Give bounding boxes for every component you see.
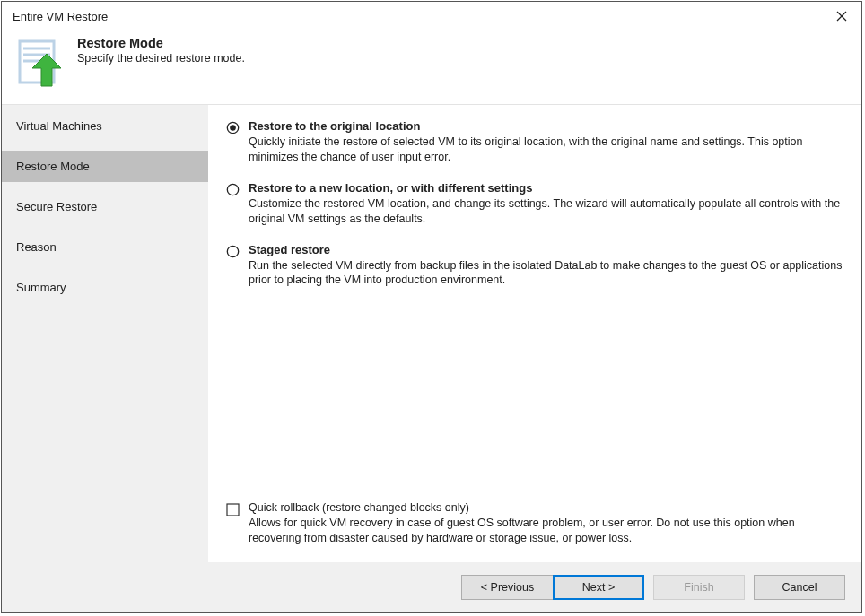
option-title: Staged restore (249, 243, 843, 256)
page-title: Restore Mode (77, 36, 245, 50)
option-title: Restore to a new location, or with diffe… (249, 181, 843, 195)
checkbox-unchecked-icon[interactable] (226, 503, 240, 516)
option-desc: Customize the restored VM location, and … (249, 196, 843, 227)
wizard-header: Restore Mode Specify the desired restore… (2, 30, 861, 104)
option-body: Restore to the original location Quickly… (249, 119, 843, 165)
wizard-steps: Virtual Machines Restore Mode Secure Res… (2, 105, 208, 562)
next-button[interactable]: Next > (553, 575, 644, 600)
restore-mode-options: Restore to the original location Quickly… (226, 119, 843, 494)
option-body: Staged restore Run the selected VM direc… (249, 243, 843, 289)
option-desc: Quickly initiate the restore of selected… (249, 134, 843, 165)
finish-button: Finish (653, 575, 745, 600)
radio-selected-icon[interactable] (226, 121, 240, 134)
wizard-body: Virtual Machines Restore Mode Secure Res… (2, 104, 861, 562)
svg-point-9 (227, 246, 238, 256)
cancel-button[interactable]: Cancel (754, 575, 845, 600)
step-summary[interactable]: Summary (2, 272, 208, 303)
quick-rollback-row[interactable]: Quick rollback (restore changed blocks o… (226, 501, 843, 546)
close-button[interactable] (822, 3, 861, 30)
option-staged-restore[interactable]: Staged restore Run the selected VM direc… (226, 243, 843, 289)
quick-rollback-title: Quick rollback (restore changed blocks o… (249, 501, 843, 514)
step-restore-mode[interactable]: Restore Mode (2, 151, 208, 182)
titlebar: Entire VM Restore (2, 2, 861, 30)
step-secure-restore[interactable]: Secure Restore (2, 191, 208, 222)
wizard-footer: < Previous Next > Finish Cancel (2, 562, 861, 612)
option-desc: Run the selected VM directly from backup… (249, 258, 843, 289)
svg-point-7 (230, 125, 236, 131)
main-panel: Restore to the original location Quickly… (208, 105, 861, 562)
option-title: Restore to the original location (249, 119, 843, 133)
quick-rollback-body: Quick rollback (restore changed blocks o… (249, 501, 843, 546)
option-body: Restore to a new location, or with diffe… (249, 181, 843, 227)
wizard-window: Entire VM Restore Restore Mode Specify t… (1, 1, 862, 613)
radio-unselected-icon[interactable] (226, 245, 240, 258)
close-icon (836, 11, 847, 22)
option-original-location[interactable]: Restore to the original location Quickly… (226, 119, 843, 165)
header-texts: Restore Mode Specify the desired restore… (77, 36, 245, 65)
page-subtitle: Specify the desired restore mode. (77, 52, 245, 65)
previous-button[interactable]: < Previous (461, 575, 553, 600)
option-new-location[interactable]: Restore to a new location, or with diffe… (226, 181, 843, 227)
step-reason[interactable]: Reason (2, 231, 208, 263)
restore-page-icon (14, 38, 65, 88)
window-title: Entire VM Restore (13, 10, 108, 23)
prev-next-group: < Previous Next > (461, 575, 644, 600)
radio-unselected-icon[interactable] (226, 183, 240, 196)
step-virtual-machines[interactable]: Virtual Machines (2, 110, 208, 142)
svg-rect-10 (227, 504, 239, 516)
quick-rollback-desc: Allows for quick VM recovery in case of … (249, 516, 843, 546)
svg-point-8 (227, 184, 238, 195)
